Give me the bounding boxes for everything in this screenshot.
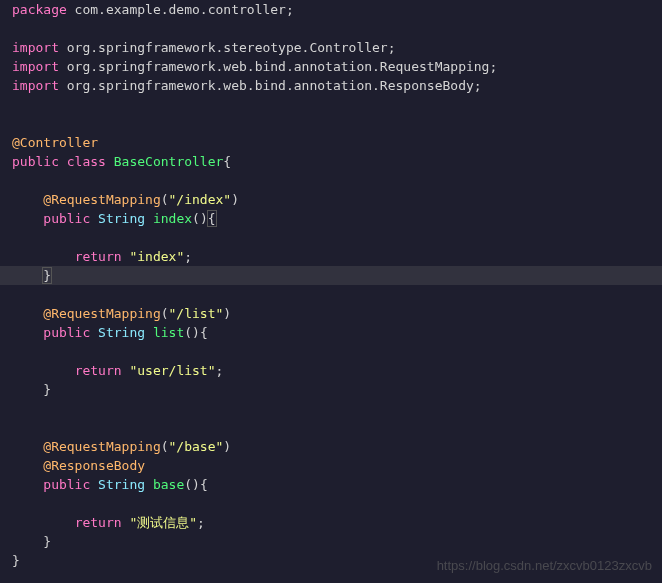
string-literal: "/list" (169, 306, 224, 321)
code-line: } (12, 532, 650, 551)
method-name: index (153, 211, 192, 226)
keyword-class: class (67, 154, 106, 169)
method-name: list (153, 325, 184, 340)
code-line: @RequestMapping("/index") (12, 190, 650, 209)
code-line (12, 494, 650, 513)
code-line: } (12, 266, 650, 285)
code-line (12, 19, 650, 38)
annotation-requestmapping: @RequestMapping (43, 192, 160, 207)
method-name: base (153, 477, 184, 492)
code-line: @Controller (12, 133, 650, 152)
string-literal: "/base" (169, 439, 224, 454)
string-literal: "index" (129, 249, 184, 264)
keyword-return: return (75, 249, 122, 264)
code-line (12, 418, 650, 437)
code-line: return "index"; (12, 247, 650, 266)
code-line: package com.example.demo.controller; (12, 0, 650, 19)
code-line: return "测试信息"; (12, 513, 650, 532)
code-line: @RequestMapping("/list") (12, 304, 650, 323)
code-line: @RequestMapping("/base") (12, 437, 650, 456)
string-literal: "/index" (169, 192, 232, 207)
code-line: public String base(){ (12, 475, 650, 494)
code-line (12, 228, 650, 247)
code-line: @ResponseBody (12, 456, 650, 475)
code-line: public class BaseController{ (12, 152, 650, 171)
keyword-package: package (12, 2, 67, 17)
code-line: import org.springframework.stereotype.Co… (12, 38, 650, 57)
package-name: com.example.demo.controller (67, 2, 286, 17)
annotation-responsebody: @ResponseBody (43, 458, 145, 473)
code-line (12, 171, 650, 190)
code-line: import org.springframework.web.bind.anno… (12, 57, 650, 76)
code-line (12, 285, 650, 304)
code-line: return "user/list"; (12, 361, 650, 380)
watermark-text: https://blog.csdn.net/zxcvb0123zxcvb (437, 556, 652, 575)
code-line (12, 399, 650, 418)
code-line: public String list(){ (12, 323, 650, 342)
code-line (12, 342, 650, 361)
code-line (12, 114, 650, 133)
string-literal: "测试信息" (129, 515, 197, 530)
keyword-import: import (12, 40, 59, 55)
code-line (12, 95, 650, 114)
type-string: String (98, 211, 145, 226)
string-literal: "user/list" (129, 363, 215, 378)
code-line: import org.springframework.web.bind.anno… (12, 76, 650, 95)
class-name: BaseController (114, 154, 224, 169)
code-editor[interactable]: package com.example.demo.controller; imp… (0, 0, 662, 570)
code-line: } (12, 380, 650, 399)
code-line: public String index(){ (12, 209, 650, 228)
keyword-public: public (12, 154, 59, 169)
annotation-controller: @Controller (12, 135, 98, 150)
